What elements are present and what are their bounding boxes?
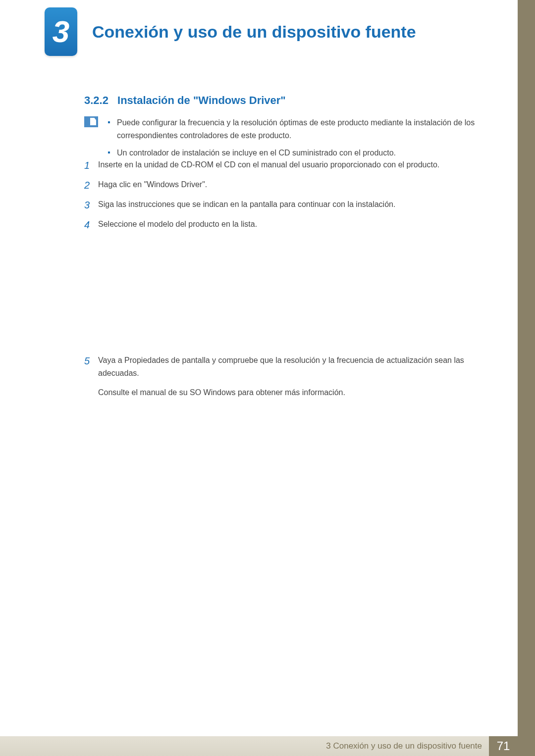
- step-extra-text: Consulte el manual de su SO Windows para…: [98, 386, 481, 399]
- steps-group-b: 5 Vaya a Propiedades de pantalla y compr…: [84, 354, 481, 399]
- footer-spacer: [518, 736, 535, 756]
- section-heading: 3.2.2 Instalación de "Windows Driver": [84, 94, 286, 107]
- note-icon: [84, 116, 98, 127]
- note-item: Un controlador de instalación se incluye…: [108, 147, 481, 159]
- note-item: Puede configurar la frecuencia y la reso…: [108, 116, 481, 142]
- step-number: 4: [84, 218, 98, 232]
- chapter-title: Conexión y uso de un dispositivo fuente: [92, 22, 416, 42]
- page-number-badge: 71: [489, 736, 518, 756]
- step-number: 1: [84, 158, 98, 172]
- step-text: Siga las instrucciones que se indican en…: [98, 198, 395, 212]
- step-text: Haga clic en "Windows Driver".: [98, 178, 207, 192]
- step-row: 1 Inserte en la unidad de CD-ROM el CD c…: [84, 158, 481, 172]
- side-accent-bar: [518, 0, 535, 756]
- step-number: 2: [84, 178, 98, 192]
- steps-group-a: 1 Inserte en la unidad de CD-ROM el CD c…: [84, 158, 481, 238]
- step-text: Seleccione el modelo del producto en la …: [98, 218, 257, 232]
- step-row: 2 Haga clic en "Windows Driver".: [84, 178, 481, 192]
- note-list: Puede configurar la frecuencia y la reso…: [108, 116, 481, 164]
- section-title: Instalación de "Windows Driver": [117, 94, 286, 106]
- step-number: 3: [84, 198, 98, 212]
- step-row: 4 Seleccione el modelo del producto en l…: [84, 218, 481, 232]
- footer-title: 3 Conexión y uso de un dispositivo fuent…: [326, 741, 482, 751]
- note-block: Puede configurar la frecuencia y la reso…: [84, 116, 481, 164]
- step-text: Inserte en la unidad de CD-ROM el CD con…: [98, 158, 439, 172]
- chapter-number: 3: [53, 16, 69, 47]
- footer-bar: 3 Conexión y uso de un dispositivo fuent…: [0, 736, 535, 756]
- chapter-header: 3 Conexión y uso de un dispositivo fuent…: [45, 7, 416, 56]
- step-row: 5 Vaya a Propiedades de pantalla y compr…: [84, 354, 481, 379]
- step-text: Vaya a Propiedades de pantalla y comprue…: [98, 354, 481, 379]
- step-row: 3 Siga las instrucciones que se indican …: [84, 198, 481, 212]
- step-number: 5: [84, 354, 98, 379]
- section-number: 3.2.2: [84, 94, 108, 106]
- chapter-badge: 3: [45, 7, 77, 56]
